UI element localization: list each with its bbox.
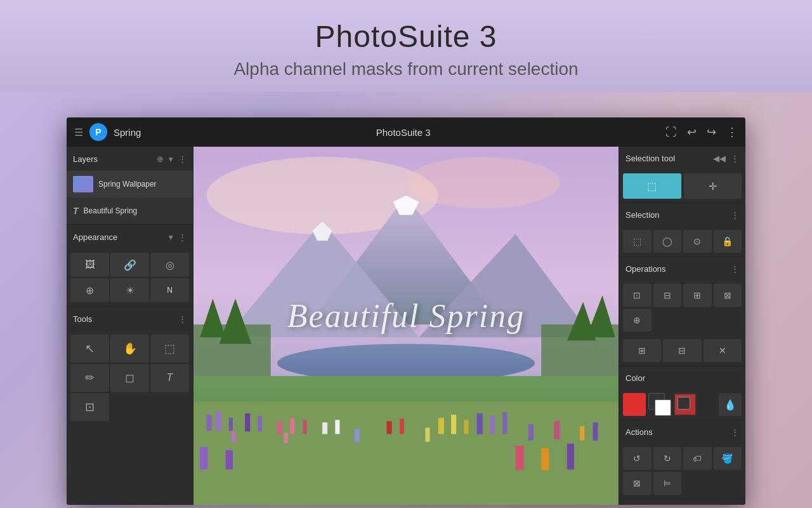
appearance-globe-btn[interactable]: ⊕ (70, 278, 109, 302)
svg-rect-28 (451, 415, 456, 434)
operations-title: Operations (625, 264, 731, 274)
op-grid-btn-2[interactable]: ⊟ (663, 339, 701, 362)
selection-header: Selection ⋮ (619, 203, 745, 226)
selection-tool-title: Selection tool (625, 154, 713, 163)
action-fill[interactable]: 🪣 (714, 447, 742, 470)
appearance-more-icon[interactable]: ⋮ (178, 232, 187, 242)
operation-layer-section: Operation layer ⋮ (619, 499, 745, 505)
appearance-image-btn[interactable]: 🖼 (70, 253, 109, 277)
actions-title: Actions (625, 427, 731, 437)
svg-rect-16 (193, 402, 619, 505)
selection-section: Selection ⋮ ⬚ ◯ ⊙ 🔒 (619, 203, 745, 257)
eraser-tool[interactable]: ◻ (110, 364, 149, 392)
selection-move-btn[interactable]: ✛ (684, 173, 742, 199)
svg-rect-31 (490, 416, 495, 434)
svg-rect-21 (258, 416, 262, 431)
fullscreen-icon[interactable]: ⛶ (665, 126, 677, 139)
appearance-grid: 🖼 🔗 ◎ ⊕ ☀ N (67, 249, 193, 306)
title-bar: ☰ P Spring PhotoSuite 3 ⛶ ↩ ↪ ⋮ (67, 117, 745, 147)
action-rotate-ccw[interactable]: ↺ (623, 447, 652, 470)
sel-rect-icon[interactable]: ⬚ (623, 230, 652, 253)
window-title: PhotoSuite 3 (141, 127, 665, 138)
action-mask-in[interactable]: ⊨ (653, 472, 682, 495)
hand-tool[interactable]: ✋ (110, 335, 149, 363)
color-overlay-swatch[interactable] (674, 393, 697, 416)
svg-rect-32 (502, 412, 507, 434)
operations-more-icon[interactable]: ⋮ (731, 264, 739, 274)
op-btn-3[interactable]: ⊞ (683, 284, 712, 307)
tools-section: Tools ⋮ ↖ ✋ ⬚ ✏ ◻ T ⊡ (67, 307, 193, 505)
appearance-link-btn[interactable]: 🔗 (110, 253, 149, 277)
layers-chevron-icon[interactable]: ▾ (169, 154, 173, 164)
appearance-n-btn[interactable]: N (150, 278, 189, 302)
selection-tool-back-icon[interactable]: ◀◀ (713, 154, 726, 163)
svg-rect-47 (567, 444, 574, 470)
foreground-color-swatch[interactable] (623, 393, 646, 416)
tools-more-icon[interactable]: ⋮ (178, 314, 187, 324)
selection-tool-section: Selection tool ◀◀ ⋮ ⬚ ✛ (619, 147, 745, 203)
brush-tool[interactable]: ✏ (70, 364, 109, 392)
appearance-chevron-icon[interactable]: ▾ (169, 232, 173, 242)
layer-name-text: Beautiful Spring (84, 206, 138, 215)
selection-rect-tool[interactable]: ⬚ (150, 335, 189, 363)
op-btn-4[interactable]: ⊠ (714, 284, 742, 307)
op-x-btn[interactable]: ✕ (704, 339, 742, 362)
appearance-circle-btn[interactable]: ◎ (150, 253, 189, 277)
selection-rect-btn[interactable]: ⬚ (623, 173, 681, 199)
op-grid-btn-1[interactable]: ⊞ (623, 339, 661, 362)
add-layer-icon[interactable]: ⊕ (157, 154, 164, 164)
crop-tool[interactable]: ⊡ (70, 393, 109, 421)
operations-icons-row1: ⊡ ⊟ ⊞ ⊠ ⊕ (619, 280, 745, 335)
layer-name-wallpaper: Spring Wallpaper (98, 180, 157, 189)
svg-rect-29 (464, 420, 468, 434)
layers-header-icons: ⊕ ▾ ⋮ (157, 154, 187, 164)
action-rotate-cw[interactable]: ↻ (653, 447, 682, 470)
text-tool[interactable]: T (150, 364, 189, 392)
canvas-area: Beautiful Spring (193, 147, 619, 505)
canvas-image: Beautiful Spring (193, 147, 619, 505)
op-btn-1[interactable]: ⊡ (623, 284, 652, 307)
layers-more-icon[interactable]: ⋮ (178, 154, 187, 164)
selection-more-icon[interactable]: ⋮ (731, 210, 739, 220)
eyedropper-btn[interactable]: 💧 (719, 393, 742, 416)
layers-header: Layers ⊕ ▾ ⋮ (67, 147, 193, 171)
app-window: ☰ P Spring PhotoSuite 3 ⛶ ↩ ↪ ⋮ Layers ⊕… (67, 117, 745, 505)
action-mask-out[interactable]: ⊠ (623, 472, 652, 495)
op-btn-2[interactable]: ⊟ (653, 284, 682, 307)
app-name: Spring (114, 127, 141, 138)
svg-rect-43 (200, 447, 207, 470)
sel-ellipse-icon[interactable]: ◯ (653, 230, 682, 253)
svg-rect-26 (335, 420, 339, 434)
undo-icon[interactable]: ↩ (687, 125, 697, 139)
svg-rect-17 (206, 415, 211, 431)
redo-icon[interactable]: ↪ (707, 125, 716, 139)
action-tag[interactable]: 🏷 (683, 447, 712, 470)
more-options-icon[interactable]: ⋮ (726, 125, 738, 139)
selection-tool-buttons: ⬚ ✛ (619, 170, 745, 203)
main-content: Layers ⊕ ▾ ⋮ Spring Wallpaper (67, 147, 745, 505)
layer-item-beautiful-spring[interactable]: T Beautiful Spring (67, 197, 193, 224)
layer-item-spring-wallpaper[interactable]: Spring Wallpaper (67, 171, 193, 197)
sel-lock-icon[interactable]: 🔒 (714, 230, 742, 253)
selection-tool-more-icon[interactable]: ⋮ (731, 154, 739, 163)
op-btn-5[interactable]: ⊕ (623, 309, 652, 331)
app-header: PhotoSuite 3 Alpha channel masks from cu… (0, 0, 812, 92)
right-panel: Selection tool ◀◀ ⋮ ⬚ ✛ Selection ⋮ ⬚ ◯ (619, 147, 745, 505)
menu-icon[interactable]: ☰ (74, 126, 83, 138)
header-subtitle: Alpha channel masks from current selecti… (0, 59, 812, 79)
svg-rect-18 (216, 411, 221, 431)
svg-rect-24 (303, 420, 307, 434)
actions-more-icon[interactable]: ⋮ (731, 427, 739, 437)
appearance-sun-btn[interactable]: ☀ (110, 278, 149, 302)
color-swatches: 💧 (619, 389, 745, 420)
tools-grid: ↖ ✋ ⬚ ✏ ◻ T ⊡ (67, 331, 193, 425)
svg-rect-40 (554, 421, 560, 439)
select-move-tool[interactable]: ↖ (70, 335, 109, 363)
layer-thumb-wallpaper (73, 176, 93, 192)
appearance-header-icons: ▾ ⋮ (169, 232, 187, 242)
sel-lasso-icon[interactable]: ⊙ (683, 230, 712, 253)
left-panel: Layers ⊕ ▾ ⋮ Spring Wallpaper (67, 147, 193, 505)
svg-rect-25 (322, 422, 327, 434)
svg-rect-22 (277, 421, 282, 434)
fg-bg-swatch[interactable] (648, 393, 671, 416)
